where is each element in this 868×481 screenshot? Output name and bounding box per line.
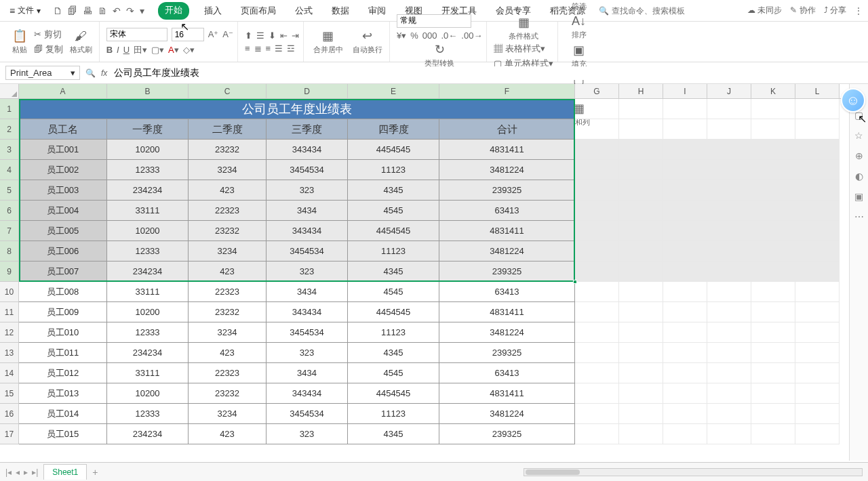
cell[interactable] bbox=[707, 221, 751, 241]
data-cell[interactable]: 3434 bbox=[267, 363, 348, 383]
row-header-17[interactable]: 17 bbox=[0, 424, 19, 444]
add-sheet-button[interactable]: + bbox=[92, 467, 98, 478]
align-bot-icon[interactable]: ⬇ bbox=[269, 30, 276, 41]
col-header-A[interactable]: A bbox=[19, 84, 107, 98]
cell[interactable] bbox=[663, 424, 707, 444]
cell[interactable] bbox=[575, 99, 619, 119]
data-cell[interactable]: 4454545 bbox=[348, 302, 439, 322]
cell[interactable] bbox=[795, 404, 840, 424]
cell[interactable] bbox=[619, 343, 663, 363]
cell[interactable] bbox=[707, 383, 751, 404]
header-cell[interactable]: 一季度 bbox=[107, 119, 189, 140]
data-cell[interactable]: 239325 bbox=[439, 343, 575, 363]
data-cell[interactable]: 343434 bbox=[267, 140, 348, 160]
data-cell[interactable]: 239325 bbox=[439, 262, 575, 282]
data-cell[interactable]: 12333 bbox=[107, 160, 189, 180]
data-cell[interactable]: 4831411 bbox=[439, 383, 575, 404]
data-cell[interactable]: 423 bbox=[189, 180, 267, 201]
cell[interactable] bbox=[707, 262, 751, 282]
data-cell[interactable]: 员工007 bbox=[19, 262, 107, 282]
table-style-button[interactable]: ▦ 表格样式▾ bbox=[494, 43, 553, 55]
underline-button[interactable]: U bbox=[123, 45, 130, 55]
tab-1[interactable]: 插入 bbox=[200, 2, 226, 20]
data-cell[interactable]: 4345 bbox=[348, 180, 439, 201]
wrap-text-button[interactable]: ↩自动换行 bbox=[350, 27, 385, 56]
cell[interactable] bbox=[619, 404, 663, 424]
data-cell[interactable]: 3234 bbox=[189, 241, 267, 262]
col-header-B[interactable]: B bbox=[107, 84, 189, 98]
cell[interactable] bbox=[751, 99, 795, 119]
data-cell[interactable]: 4454545 bbox=[348, 140, 439, 160]
cell[interactable] bbox=[575, 262, 619, 282]
cell[interactable] bbox=[663, 201, 707, 221]
cell[interactable] bbox=[795, 322, 840, 343]
cell[interactable] bbox=[751, 140, 795, 160]
col-header-K[interactable]: K bbox=[751, 84, 795, 98]
cell[interactable] bbox=[795, 302, 840, 322]
avatar[interactable] bbox=[841, 88, 865, 112]
row-header-12[interactable]: 12 bbox=[0, 322, 19, 343]
cell[interactable] bbox=[575, 322, 619, 343]
cell[interactable] bbox=[575, 363, 619, 383]
save-as-icon[interactable]: 🗐 bbox=[68, 5, 77, 16]
data-cell[interactable]: 3434 bbox=[267, 201, 348, 221]
data-cell[interactable]: 10200 bbox=[107, 140, 189, 160]
format-painter-button[interactable]: 🖌格式刷 bbox=[67, 28, 95, 56]
cell[interactable] bbox=[619, 282, 663, 302]
data-cell[interactable]: 33111 bbox=[107, 363, 189, 383]
data-cell[interactable]: 33111 bbox=[107, 282, 189, 302]
data-cell[interactable]: 11123 bbox=[348, 160, 439, 180]
cell[interactable] bbox=[575, 241, 619, 262]
cell[interactable] bbox=[795, 363, 840, 383]
cell[interactable] bbox=[751, 404, 795, 424]
cell[interactable] bbox=[575, 140, 619, 160]
tab-3[interactable]: 公式 bbox=[291, 2, 317, 20]
align-center-icon[interactable]: ≣ bbox=[254, 43, 262, 54]
sheet-tab-active[interactable]: Sheet1 bbox=[43, 464, 87, 480]
row-header-16[interactable]: 16 bbox=[0, 404, 19, 424]
cell[interactable] bbox=[575, 404, 619, 424]
tab-2[interactable]: 页面布局 bbox=[237, 2, 280, 20]
data-cell[interactable]: 4545 bbox=[348, 201, 439, 221]
cell[interactable] bbox=[619, 262, 663, 282]
cell[interactable] bbox=[795, 262, 840, 282]
data-cell[interactable]: 员工006 bbox=[19, 241, 107, 262]
font-color-button[interactable]: A▾ bbox=[168, 45, 179, 55]
col-header-I[interactable]: I bbox=[663, 84, 707, 98]
cell[interactable] bbox=[707, 201, 751, 221]
row-header-5[interactable]: 5 bbox=[0, 180, 19, 201]
data-cell[interactable]: 员工011 bbox=[19, 343, 107, 363]
cell[interactable] bbox=[663, 99, 707, 119]
font-name-select[interactable] bbox=[106, 28, 167, 41]
cell[interactable] bbox=[707, 424, 751, 444]
cell[interactable] bbox=[575, 221, 619, 241]
cell[interactable] bbox=[575, 180, 619, 201]
data-cell[interactable]: 4545 bbox=[348, 282, 439, 302]
data-cell[interactable]: 3454534 bbox=[267, 241, 348, 262]
data-cell[interactable]: 员工013 bbox=[19, 383, 107, 404]
align-dist-icon[interactable]: ☲ bbox=[287, 43, 295, 54]
cell[interactable] bbox=[795, 343, 840, 363]
data-cell[interactable]: 4831411 bbox=[439, 140, 575, 160]
cell[interactable] bbox=[663, 140, 707, 160]
cell[interactable] bbox=[751, 282, 795, 302]
data-cell[interactable]: 员工014 bbox=[19, 404, 107, 424]
col-header-L[interactable]: L bbox=[795, 84, 840, 98]
data-cell[interactable]: 234234 bbox=[107, 424, 189, 444]
cell[interactable] bbox=[751, 383, 795, 404]
cell[interactable] bbox=[575, 302, 619, 322]
name-box[interactable]: Print_Area ▾ bbox=[5, 66, 80, 80]
cell[interactable] bbox=[663, 282, 707, 302]
data-cell[interactable]: 423 bbox=[189, 343, 267, 363]
cell[interactable] bbox=[795, 119, 840, 140]
row-header-10[interactable]: 10 bbox=[0, 282, 19, 302]
row-header-6[interactable]: 6 bbox=[0, 201, 19, 221]
row-header-15[interactable]: 15 bbox=[0, 383, 19, 404]
scrollbar-thumb[interactable] bbox=[526, 469, 580, 475]
align-right-icon[interactable]: ≡ bbox=[266, 43, 271, 54]
cell[interactable] bbox=[663, 343, 707, 363]
cell[interactable] bbox=[663, 404, 707, 424]
col-header-D[interactable]: D bbox=[267, 84, 348, 98]
data-cell[interactable]: 343434 bbox=[267, 302, 348, 322]
percent-icon[interactable]: % bbox=[410, 30, 418, 41]
